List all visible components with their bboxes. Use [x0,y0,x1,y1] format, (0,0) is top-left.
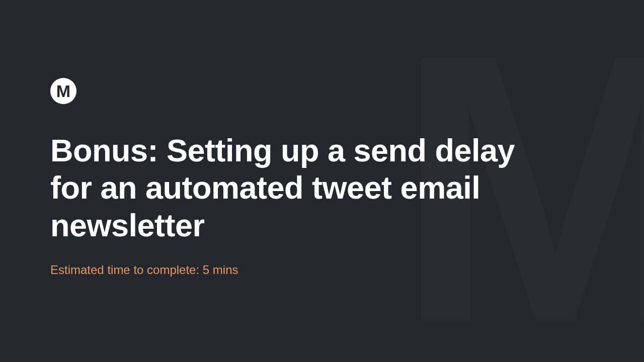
slide-title: Bonus: Setting up a send delay for an au… [50,132,553,244]
slide-subtitle: Estimated time to complete: 5 mins [50,263,594,277]
logo-letter: M [56,82,70,100]
slide-content: M Bonus: Setting up a send delay for an … [0,0,644,277]
logo-badge: M [50,78,76,104]
